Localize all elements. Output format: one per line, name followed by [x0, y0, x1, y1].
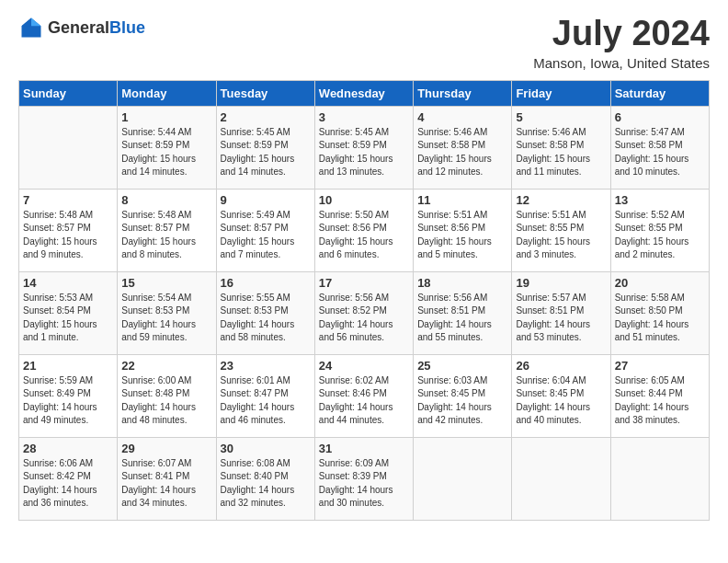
cell-details: Sunrise: 5:57 AM Sunset: 8:51 PM Dayligh… — [516, 292, 606, 345]
weekday-header: Wednesday — [314, 80, 413, 106]
day-number: 24 — [319, 359, 409, 373]
calendar-cell: 14Sunrise: 5:53 AM Sunset: 8:54 PM Dayli… — [19, 271, 118, 354]
calendar-cell: 11Sunrise: 5:51 AM Sunset: 8:56 PM Dayli… — [414, 189, 512, 271]
cell-details: Sunrise: 5:49 AM Sunset: 8:57 PM Dayligh… — [221, 209, 311, 262]
calendar-cell: 8Sunrise: 5:48 AM Sunset: 8:57 PM Daylig… — [118, 189, 216, 271]
month-title: July 2024 — [533, 15, 710, 53]
day-number: 7 — [23, 193, 113, 207]
day-number: 30 — [221, 442, 311, 455]
cell-details: Sunrise: 5:44 AM Sunset: 8:59 PM Dayligh… — [121, 126, 211, 179]
calendar-week-row: 21Sunrise: 5:59 AM Sunset: 8:49 PM Dayli… — [19, 354, 710, 437]
calendar-cell: 13Sunrise: 5:52 AM Sunset: 8:55 PM Dayli… — [610, 189, 709, 271]
calendar-cell: 2Sunrise: 5:45 AM Sunset: 8:59 PM Daylig… — [216, 106, 314, 189]
calendar-cell — [610, 437, 709, 520]
cell-details: Sunrise: 5:55 AM Sunset: 8:53 PM Dayligh… — [221, 292, 311, 345]
calendar-cell — [414, 437, 512, 520]
cell-details: Sunrise: 5:46 AM Sunset: 8:58 PM Dayligh… — [417, 126, 507, 179]
cell-details: Sunrise: 5:47 AM Sunset: 8:58 PM Dayligh… — [615, 126, 705, 179]
logo-text-blue: Blue — [109, 18, 145, 38]
cell-details: Sunrise: 5:52 AM Sunset: 8:55 PM Dayligh… — [615, 209, 705, 262]
day-number: 18 — [417, 276, 507, 290]
day-number: 19 — [516, 276, 606, 290]
day-number: 27 — [615, 359, 705, 373]
calendar-cell: 12Sunrise: 5:51 AM Sunset: 8:55 PM Dayli… — [512, 189, 610, 271]
calendar-cell: 21Sunrise: 5:59 AM Sunset: 8:49 PM Dayli… — [19, 354, 118, 437]
cell-details: Sunrise: 5:59 AM Sunset: 8:49 PM Dayligh… — [23, 374, 113, 428]
day-number: 31 — [319, 442, 409, 455]
calendar-cell: 31Sunrise: 6:09 AM Sunset: 8:39 PM Dayli… — [314, 437, 413, 520]
weekday-header: Sunday — [19, 80, 118, 106]
day-number: 26 — [516, 359, 606, 373]
calendar-cell: 7Sunrise: 5:48 AM Sunset: 8:57 PM Daylig… — [19, 189, 118, 271]
calendar-cell: 20Sunrise: 5:58 AM Sunset: 8:50 PM Dayli… — [610, 271, 709, 354]
cell-details: Sunrise: 6:02 AM Sunset: 8:46 PM Dayligh… — [319, 374, 409, 428]
day-number: 14 — [23, 276, 113, 290]
cell-details: Sunrise: 6:06 AM Sunset: 8:42 PM Dayligh… — [23, 457, 113, 511]
cell-details: Sunrise: 6:07 AM Sunset: 8:41 PM Dayligh… — [121, 457, 211, 511]
calendar-cell: 23Sunrise: 6:01 AM Sunset: 8:47 PM Dayli… — [216, 354, 314, 437]
calendar-cell: 4Sunrise: 5:46 AM Sunset: 8:58 PM Daylig… — [414, 106, 512, 189]
calendar-cell: 30Sunrise: 6:08 AM Sunset: 8:40 PM Dayli… — [216, 437, 314, 520]
day-number: 16 — [221, 276, 311, 290]
weekday-header: Thursday — [414, 80, 512, 106]
day-number: 6 — [615, 110, 705, 124]
calendar-week-row: 14Sunrise: 5:53 AM Sunset: 8:54 PM Dayli… — [19, 271, 710, 354]
day-number: 22 — [121, 359, 211, 373]
calendar-table: SundayMondayTuesdayWednesdayThursdayFrid… — [18, 80, 710, 521]
day-number: 15 — [121, 276, 211, 290]
cell-details: Sunrise: 5:45 AM Sunset: 8:59 PM Dayligh… — [221, 126, 311, 179]
day-number: 17 — [319, 276, 409, 290]
cell-details: Sunrise: 6:09 AM Sunset: 8:39 PM Dayligh… — [319, 457, 409, 511]
weekday-header: Friday — [512, 80, 610, 106]
calendar-cell — [19, 106, 118, 189]
day-number: 10 — [319, 193, 409, 207]
calendar-cell: 16Sunrise: 5:55 AM Sunset: 8:53 PM Dayli… — [216, 271, 314, 354]
day-number: 9 — [221, 193, 311, 207]
cell-details: Sunrise: 5:46 AM Sunset: 8:58 PM Dayligh… — [516, 126, 606, 179]
calendar-cell: 17Sunrise: 5:56 AM Sunset: 8:52 PM Dayli… — [314, 271, 413, 354]
calendar-cell: 27Sunrise: 6:05 AM Sunset: 8:44 PM Dayli… — [610, 354, 709, 437]
calendar-cell: 5Sunrise: 5:46 AM Sunset: 8:58 PM Daylig… — [512, 106, 610, 189]
calendar-body: 1Sunrise: 5:44 AM Sunset: 8:59 PM Daylig… — [19, 106, 710, 520]
cell-details: Sunrise: 5:45 AM Sunset: 8:59 PM Dayligh… — [319, 126, 409, 179]
cell-details: Sunrise: 5:54 AM Sunset: 8:53 PM Dayligh… — [121, 292, 211, 345]
weekday-header: Tuesday — [216, 80, 314, 106]
weekday-header: Monday — [118, 80, 216, 106]
day-number: 29 — [121, 442, 211, 455]
cell-details: Sunrise: 5:50 AM Sunset: 8:56 PM Dayligh… — [319, 209, 409, 262]
logo-icon — [18, 15, 44, 40]
day-number: 5 — [516, 110, 606, 124]
day-number: 28 — [23, 442, 113, 455]
cell-details: Sunrise: 6:03 AM Sunset: 8:45 PM Dayligh… — [417, 374, 507, 428]
calendar-cell: 25Sunrise: 6:03 AM Sunset: 8:45 PM Dayli… — [414, 354, 512, 437]
cell-details: Sunrise: 5:56 AM Sunset: 8:52 PM Dayligh… — [319, 292, 409, 345]
cell-details: Sunrise: 5:58 AM Sunset: 8:50 PM Dayligh… — [615, 292, 705, 345]
calendar-cell: 29Sunrise: 6:07 AM Sunset: 8:41 PM Dayli… — [118, 437, 216, 520]
day-number: 12 — [516, 193, 606, 207]
calendar-cell: 26Sunrise: 6:04 AM Sunset: 8:45 PM Dayli… — [512, 354, 610, 437]
day-number: 3 — [319, 110, 409, 124]
day-number: 13 — [615, 193, 705, 207]
calendar-cell — [512, 437, 610, 520]
calendar-week-row: 1Sunrise: 5:44 AM Sunset: 8:59 PM Daylig… — [19, 106, 710, 189]
logo: GeneralBlue — [18, 15, 145, 40]
calendar-week-row: 7Sunrise: 5:48 AM Sunset: 8:57 PM Daylig… — [19, 189, 710, 271]
cell-details: Sunrise: 5:51 AM Sunset: 8:55 PM Dayligh… — [516, 209, 606, 262]
cell-details: Sunrise: 6:01 AM Sunset: 8:47 PM Dayligh… — [221, 374, 311, 428]
calendar-cell: 28Sunrise: 6:06 AM Sunset: 8:42 PM Dayli… — [19, 437, 118, 520]
calendar-cell: 22Sunrise: 6:00 AM Sunset: 8:48 PM Dayli… — [118, 354, 216, 437]
cell-details: Sunrise: 6:00 AM Sunset: 8:48 PM Dayligh… — [121, 374, 211, 428]
calendar-cell: 18Sunrise: 5:56 AM Sunset: 8:51 PM Dayli… — [414, 271, 512, 354]
cell-details: Sunrise: 5:48 AM Sunset: 8:57 PM Dayligh… — [23, 209, 113, 262]
day-number: 21 — [23, 359, 113, 373]
calendar-cell: 15Sunrise: 5:54 AM Sunset: 8:53 PM Dayli… — [118, 271, 216, 354]
cell-details: Sunrise: 5:48 AM Sunset: 8:57 PM Dayligh… — [121, 209, 211, 262]
calendar-cell: 6Sunrise: 5:47 AM Sunset: 8:58 PM Daylig… — [610, 106, 709, 189]
weekday-header: Saturday — [610, 80, 709, 106]
day-number: 4 — [417, 110, 507, 124]
page-header: GeneralBlue July 2024 Manson, Iowa, Unit… — [18, 15, 710, 71]
day-number: 11 — [417, 193, 507, 207]
calendar-cell: 19Sunrise: 5:57 AM Sunset: 8:51 PM Dayli… — [512, 271, 610, 354]
day-number: 8 — [121, 193, 211, 207]
title-area: July 2024 Manson, Iowa, United States — [533, 15, 710, 71]
